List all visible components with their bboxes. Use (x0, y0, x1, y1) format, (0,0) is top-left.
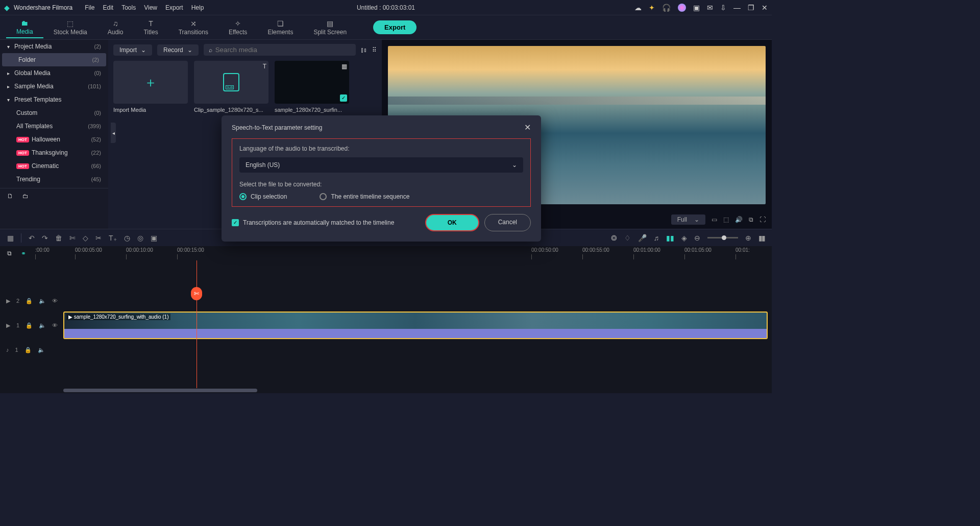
filter-icon[interactable]: ⫿⫾ (361, 46, 367, 54)
grid-view-icon[interactable]: ⠿ (372, 46, 377, 54)
render-icon[interactable]: ❂ (611, 234, 617, 242)
timeline-scrollbar[interactable] (0, 388, 772, 393)
tab-elements[interactable]: ❏Elements (257, 17, 303, 38)
download-icon[interactable]: ⇩ (720, 4, 726, 12)
search-media[interactable]: ⌕ (204, 44, 356, 56)
search-input[interactable] (215, 46, 351, 54)
close-icon[interactable]: ✕ (762, 4, 768, 12)
snapshot-icon[interactable]: ⬚ (723, 216, 729, 223)
qr-icon[interactable]: ▦ (7, 234, 14, 242)
tab-transitions[interactable]: ⤨Transitions (168, 17, 218, 38)
sidebar-item-thanksgiving[interactable]: HOTThanksgiving(22) (0, 146, 108, 159)
zoom-out-icon[interactable]: ⊖ (694, 234, 700, 242)
cancel-button[interactable]: Cancel (484, 214, 531, 231)
radio-clip-selection[interactable]: Clip selection (239, 193, 287, 200)
sidebar-item-cinematic[interactable]: HOTCinematic(66) (0, 159, 108, 173)
idea-icon[interactable]: ✦ (649, 4, 655, 12)
menu-export[interactable]: Export (165, 4, 183, 11)
ok-button[interactable]: OK (425, 214, 479, 231)
menu-view[interactable]: View (144, 4, 157, 11)
sidebar-item-project-media[interactable]: ▾Project Media(2) (0, 40, 108, 53)
audiomix-icon[interactable]: ♬ (654, 234, 659, 242)
lock-icon[interactable]: 🔒 (24, 347, 32, 353)
tab-stock-media[interactable]: ⬚Stock Media (43, 17, 97, 38)
volume-icon[interactable]: 🔊 (735, 216, 743, 223)
link-icon[interactable]: ⚭ (21, 250, 26, 257)
chevron-right-icon: ▸ (7, 70, 14, 76)
sidebar-item-custom[interactable]: Custom(0) (0, 106, 108, 119)
save-icon[interactable]: ▣ (693, 4, 700, 12)
sidebar-item-halloween[interactable]: HOTHalloween(52) (0, 133, 108, 146)
cut-icon[interactable]: ✄ (69, 234, 76, 242)
timeline-ruler[interactable]: :00:00 00:00:05:00 00:00:10:00 00:00:15:… (35, 246, 765, 260)
timeline-clip[interactable]: ▶ sample_1280x720_surfing_with_audio (1) (63, 312, 768, 339)
language-dropdown[interactable]: English (US)⌄ (239, 157, 523, 173)
media-item-subtitle[interactable]: T Clip_sample_1280x720_s... (194, 61, 268, 113)
tab-effects[interactable]: ✧Effects (218, 17, 257, 38)
duplicate-icon[interactable]: ⧉ (7, 250, 12, 257)
tab-split-screen[interactable]: ▤Split Screen (303, 17, 357, 38)
menu-file[interactable]: File (85, 4, 94, 11)
delete-icon[interactable]: 🗑 (55, 234, 62, 242)
open-folder-icon[interactable]: 🗀 (22, 193, 29, 200)
voiceover-icon[interactable]: 🎤 (638, 234, 647, 242)
tab-audio[interactable]: ♫Audio (97, 17, 134, 38)
minimize-icon[interactable]: — (733, 4, 741, 12)
radio-entire-timeline[interactable]: The entire timeline sequence (320, 193, 409, 200)
display-icon[interactable]: ▭ (712, 216, 717, 223)
speed-icon[interactable]: ◷ (124, 234, 130, 242)
sidebar-item-sample-media[interactable]: ▸Sample Media(101) (0, 80, 108, 93)
meter-icon[interactable]: ▮▮ (758, 234, 765, 242)
zoom-in-icon[interactable]: ⊕ (745, 234, 751, 242)
tab-media[interactable]: 🖿Media (6, 17, 43, 38)
auto-icon[interactable]: ▮▮ (666, 234, 674, 242)
menu-tools[interactable]: Tools (121, 4, 136, 11)
maximize-icon[interactable]: ❐ (748, 4, 754, 12)
mail-icon[interactable]: ✉ (707, 4, 713, 12)
sidebar-item-folder[interactable]: Folder(2) (2, 53, 106, 66)
import-media-tile[interactable]: ＋ Import Media (113, 61, 188, 113)
sidebar-item-label: Trending (16, 176, 91, 183)
greenscreen-icon[interactable]: ▣ (151, 234, 157, 242)
media-item-video[interactable]: ▦✓ sample_1280x720_surfin... (275, 61, 349, 113)
sidebar-item-global-media[interactable]: ▸Global Media(0) (0, 66, 108, 80)
undo-icon[interactable]: ↶ (29, 234, 35, 242)
sidebar-item-all-templates[interactable]: All Templates(399) (0, 119, 108, 133)
color-icon[interactable]: ◎ (137, 234, 143, 242)
close-icon[interactable]: ✕ (524, 123, 531, 132)
menu-help[interactable]: Help (191, 4, 204, 11)
app-logo-icon: ◆ (4, 4, 10, 12)
redo-icon[interactable]: ↷ (42, 234, 48, 242)
fullscreen-icon[interactable]: ⛶ (760, 216, 766, 223)
new-folder-icon[interactable]: 🗋 (7, 193, 13, 200)
mute-icon[interactable]: 🔈 (39, 298, 46, 304)
sidebar-item-trending[interactable]: Trending(45) (0, 173, 108, 186)
marker-icon[interactable]: ♢ (624, 234, 631, 242)
record-dropdown[interactable]: Record⌄ (157, 44, 199, 56)
auto-match-checkbox[interactable]: ✓ (232, 219, 239, 226)
lock-icon[interactable]: 🔒 (26, 298, 33, 304)
lock-icon[interactable]: 🔒 (26, 322, 33, 329)
tag-icon[interactable]: ◇ (83, 234, 88, 242)
pip-icon[interactable]: ⧉ (749, 216, 753, 223)
zoom-slider[interactable] (707, 237, 738, 238)
menu-edit[interactable]: Edit (103, 4, 114, 11)
playhead[interactable]: ✄ (197, 260, 197, 388)
support-icon[interactable]: 🎧 (662, 4, 671, 12)
eye-icon[interactable]: 👁 (52, 322, 58, 329)
text-tool-icon[interactable]: T₊ (109, 234, 117, 242)
eye-icon[interactable]: 👁 (52, 298, 58, 304)
keyframe-icon[interactable]: ◈ (681, 234, 687, 242)
tab-titles[interactable]: TTitles (133, 17, 168, 38)
import-dropdown[interactable]: Import⌄ (113, 44, 152, 56)
scissors-icon[interactable]: ✄ (191, 287, 202, 300)
mute-icon[interactable]: 🔈 (38, 347, 45, 353)
collapse-sidebar-handle[interactable]: ◂ (111, 123, 116, 143)
crop-icon[interactable]: ✂ (95, 234, 102, 242)
preview-zoom-dropdown[interactable]: Full⌄ (671, 214, 705, 225)
mute-icon[interactable]: 🔈 (39, 322, 46, 329)
avatar-icon[interactable] (678, 4, 686, 12)
export-button[interactable]: Export (373, 20, 416, 34)
cloud-icon[interactable]: ☁ (634, 4, 642, 12)
sidebar-item-preset-templates[interactable]: ▾Preset Templates (0, 93, 108, 106)
